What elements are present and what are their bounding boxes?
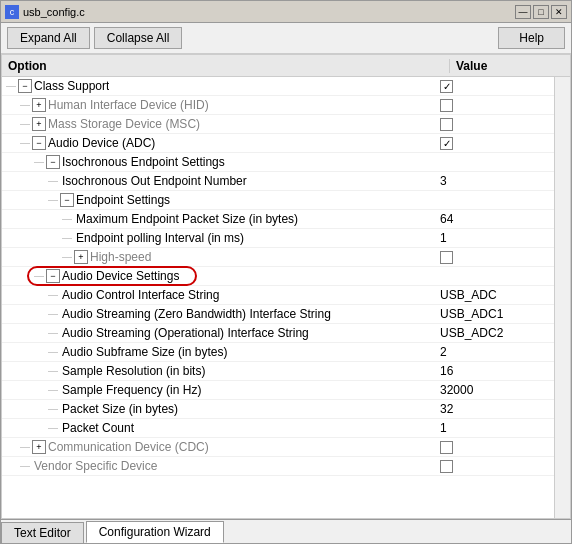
row-label: Audio Subframe Size (in bytes): [62, 345, 227, 359]
row-label: Isochronous Out Endpoint Number: [62, 174, 247, 188]
table-row[interactable]: +Communication Device (CDC): [2, 438, 554, 457]
row-label: Packet Count: [62, 421, 134, 435]
row-label: Audio Device (ADC): [48, 136, 155, 150]
expander-icon[interactable]: −: [32, 136, 46, 150]
row-label: Endpoint polling Interval (in ms): [76, 231, 244, 245]
checkbox[interactable]: [440, 441, 453, 454]
table-row[interactable]: Sample Frequency (in Hz)32000: [2, 381, 554, 400]
table-row[interactable]: Maximum Endpoint Packet Size (in bytes)6…: [2, 210, 554, 229]
row-value: [434, 118, 554, 131]
col-value-header: Value: [450, 59, 570, 73]
row-label: Sample Frequency (in Hz): [62, 383, 201, 397]
row-label: Communication Device (CDC): [48, 440, 209, 454]
expander-icon[interactable]: +: [32, 98, 46, 112]
row-value: USB_ADC2: [434, 326, 554, 340]
row-value: USB_ADC1: [434, 307, 554, 321]
table-row[interactable]: Vendor Specific Device: [2, 457, 554, 476]
row-value: [434, 99, 554, 112]
checkbox[interactable]: [440, 137, 453, 150]
table-row[interactable]: Isochronous Out Endpoint Number3: [2, 172, 554, 191]
table-row[interactable]: Audio Streaming (Zero Bandwidth) Interfa…: [2, 305, 554, 324]
row-value: 3: [434, 174, 554, 188]
checkbox[interactable]: [440, 118, 453, 131]
row-value: [434, 460, 554, 473]
table-row[interactable]: −Audio Device (ADC): [2, 134, 554, 153]
row-value: 32000: [434, 383, 554, 397]
row-label: Audio Streaming (Operational) Interface …: [62, 326, 309, 340]
title-bar: c usb_config.c — □ ✕: [1, 1, 571, 23]
main-content: −Class Support+Human Interface Device (H…: [2, 77, 570, 518]
help-button[interactable]: Help: [498, 27, 565, 49]
table-row[interactable]: Endpoint polling Interval (in ms)1: [2, 229, 554, 248]
row-value: [434, 137, 554, 150]
expander-icon[interactable]: −: [46, 155, 60, 169]
table-row[interactable]: Audio Subframe Size (in bytes)2: [2, 343, 554, 362]
row-label: Class Support: [34, 79, 109, 93]
toolbar: Expand All Collapse All Help: [1, 23, 571, 54]
table-row[interactable]: −Isochronous Endpoint Settings: [2, 153, 554, 172]
collapse-all-button[interactable]: Collapse All: [94, 27, 183, 49]
table-row[interactable]: −Endpoint Settings: [2, 191, 554, 210]
expand-all-button[interactable]: Expand All: [7, 27, 90, 49]
table-row[interactable]: Audio Streaming (Operational) Interface …: [2, 324, 554, 343]
row-label: Endpoint Settings: [76, 193, 170, 207]
table-row[interactable]: +Mass Storage Device (MSC): [2, 115, 554, 134]
main-window: c usb_config.c — □ ✕ Expand All Collapse…: [0, 0, 572, 544]
bottom-tabs: Text Editor Configuration Wizard: [1, 519, 571, 543]
row-value: [434, 80, 554, 93]
row-value: 64: [434, 212, 554, 226]
tab-config-wizard[interactable]: Configuration Wizard: [86, 521, 224, 543]
checkbox[interactable]: [440, 460, 453, 473]
scrollbar[interactable]: [554, 77, 570, 518]
row-label: Sample Resolution (in bits): [62, 364, 205, 378]
table-row[interactable]: −Class Support: [2, 77, 554, 96]
title-bar-buttons: — □ ✕: [515, 5, 567, 19]
maximize-button[interactable]: □: [533, 5, 549, 19]
row-value: USB_ADC: [434, 288, 554, 302]
row-value: 1: [434, 231, 554, 245]
row-label: Audio Streaming (Zero Bandwidth) Interfa…: [62, 307, 331, 321]
expander-icon[interactable]: +: [32, 117, 46, 131]
row-value: [434, 251, 554, 264]
row-label: Packet Size (in bytes): [62, 402, 178, 416]
expander-icon[interactable]: −: [18, 79, 32, 93]
row-label: Audio Control Interface String: [62, 288, 219, 302]
table-body: −Class Support+Human Interface Device (H…: [2, 77, 554, 518]
title-bar-text: usb_config.c: [23, 6, 511, 18]
col-option-header: Option: [2, 59, 450, 73]
row-label: Mass Storage Device (MSC): [48, 117, 200, 131]
table-header: Option Value: [2, 55, 570, 77]
table-row[interactable]: Packet Size (in bytes)32: [2, 400, 554, 419]
row-value: [434, 441, 554, 454]
table-row[interactable]: Packet Count1: [2, 419, 554, 438]
file-icon: c: [5, 5, 19, 19]
row-value: 16: [434, 364, 554, 378]
row-label: Isochronous Endpoint Settings: [62, 155, 225, 169]
expander-icon[interactable]: +: [32, 440, 46, 454]
row-label: High-speed: [90, 250, 151, 264]
table-row[interactable]: −Audio Device Settings: [2, 267, 554, 286]
table-row[interactable]: Audio Control Interface StringUSB_ADC: [2, 286, 554, 305]
row-value: 32: [434, 402, 554, 416]
checkbox[interactable]: [440, 99, 453, 112]
checkbox[interactable]: [440, 251, 453, 264]
tab-text-editor[interactable]: Text Editor: [1, 522, 84, 543]
close-button[interactable]: ✕: [551, 5, 567, 19]
row-value: 2: [434, 345, 554, 359]
checkbox[interactable]: [440, 80, 453, 93]
expander-icon[interactable]: −: [46, 269, 60, 283]
expander-icon[interactable]: −: [60, 193, 74, 207]
row-label: Vendor Specific Device: [34, 459, 157, 473]
minimize-button[interactable]: —: [515, 5, 531, 19]
row-value: 1: [434, 421, 554, 435]
row-label: Human Interface Device (HID): [48, 98, 209, 112]
table-row[interactable]: Sample Resolution (in bits)16: [2, 362, 554, 381]
row-label: Maximum Endpoint Packet Size (in bytes): [76, 212, 298, 226]
table-row[interactable]: +High-speed: [2, 248, 554, 267]
row-label: Audio Device Settings: [62, 269, 179, 283]
expander-icon[interactable]: +: [74, 250, 88, 264]
config-table: Option Value −Class Support+Human Interf…: [1, 54, 571, 519]
table-row[interactable]: +Human Interface Device (HID): [2, 96, 554, 115]
